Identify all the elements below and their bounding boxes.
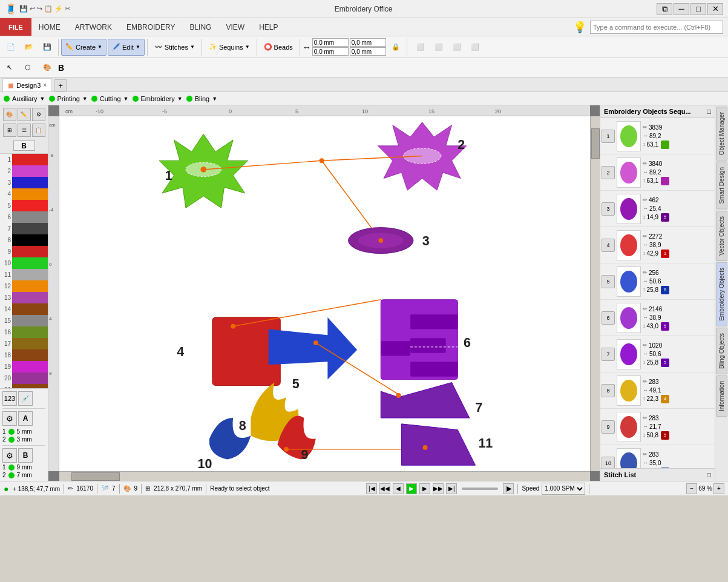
color-row-3[interactable]: 3 <box>0 177 48 188</box>
play-next-step-button[interactable]: ▶ <box>419 483 430 494</box>
color-row-14[interactable]: 14 <box>0 303 48 315</box>
beads-button[interactable]: ⭕ Beads <box>260 39 297 56</box>
select-tool[interactable]: ↖ <box>2 59 19 76</box>
settings-b-icon[interactable]: ⚙ <box>2 448 17 463</box>
edit-button[interactable]: 🖊️ Edit ▼ <box>108 39 145 56</box>
lock-button[interactable]: 🔒 <box>387 39 404 56</box>
color-swatch-8[interactable] <box>12 234 48 246</box>
seq-item-10[interactable]: 10 ✏ 283 ↔ 35,0 ↕ 41,0 1 <box>600 445 715 468</box>
seq-item-2[interactable]: 2 ✏ 3840 ↔ 89,2 ↕ 63,1 <box>600 154 715 191</box>
color-tool-2[interactable]: ✏️ <box>18 108 31 121</box>
color-row-17[interactable]: 17 <box>0 338 48 349</box>
command-input[interactable] <box>590 21 723 34</box>
seq-item-8[interactable]: 8 ✏ 283 ↔ 49,1 ↕ 22,3 4 <box>600 372 715 409</box>
view-grid[interactable]: ⊞ <box>3 124 16 137</box>
tab-close-button[interactable]: × <box>43 82 47 88</box>
open-button[interactable]: 📂 <box>21 39 38 56</box>
color-swatch-12[interactable] <box>12 280 48 292</box>
menu-bling[interactable]: BLING <box>182 18 218 36</box>
color-swatch-9[interactable] <box>12 246 48 257</box>
save-button[interactable]: 💾 <box>39 39 56 56</box>
color-swatch-19[interactable] <box>12 361 48 372</box>
color-row-15[interactable]: 15 <box>0 315 48 326</box>
menu-artwork[interactable]: ARTWORK <box>68 18 119 36</box>
color-row-1[interactable]: 1 <box>0 154 48 165</box>
color-row-4[interactable]: 4 <box>0 188 48 200</box>
color-swatch-10[interactable] <box>12 257 48 269</box>
color-tool-3[interactable]: ⚙ <box>32 108 45 121</box>
create-button[interactable]: ✏️ Create ▼ <box>61 39 107 56</box>
sidebar-tab-information[interactable]: Information <box>716 375 727 417</box>
color-row-16[interactable]: 16 <box>0 326 48 338</box>
new-button[interactable]: 📄 <box>2 39 19 56</box>
scroll-thumb-right[interactable] <box>591 128 600 159</box>
minimize-button[interactable]: ─ <box>674 3 689 15</box>
color-row-9[interactable]: 9 <box>0 246 48 257</box>
color-swatch-20[interactable] <box>12 372 48 384</box>
color-swatch-5[interactable] <box>12 200 48 211</box>
printing-filter[interactable]: Printing ▼ <box>49 95 88 102</box>
color-swatch-13[interactable] <box>12 292 48 303</box>
color-row-18[interactable]: 18 <box>0 349 48 361</box>
maximize-button[interactable]: □ <box>690 3 706 15</box>
menu-view[interactable]: VIEW <box>218 18 252 36</box>
color-row-2[interactable]: 2 <box>0 165 48 177</box>
play-prev-button[interactable]: ◀◀ <box>379 483 390 494</box>
color-row-19[interactable]: 19 <box>0 361 48 372</box>
view-list[interactable]: ☰ <box>18 124 31 137</box>
node-tool[interactable]: ⬡ <box>21 59 38 76</box>
color-swatch-3[interactable] <box>12 177 48 188</box>
stitches-button[interactable]: 〰️ Stitches ▼ <box>150 39 199 56</box>
design3-tab[interactable]: ◼ Design3 × <box>2 78 52 91</box>
sidebar-tab-object-manager[interactable]: Object Manager <box>716 107 727 160</box>
play-end2-button[interactable]: |▶ <box>503 483 514 494</box>
sidebar-tab-vector-objects[interactable]: Vector Objects <box>716 211 727 261</box>
text-a-icon[interactable]: A <box>18 411 33 426</box>
sequins-button[interactable]: ✨ Sequins ▼ <box>205 39 254 56</box>
close-button[interactable]: ✕ <box>707 3 723 15</box>
color-swatch-17[interactable] <box>12 338 48 349</box>
scroll-right[interactable] <box>590 116 600 471</box>
color-row-10[interactable]: 10 <box>0 257 48 269</box>
playback-progress[interactable] <box>462 488 498 490</box>
color-swatch-11[interactable] <box>12 269 48 280</box>
color-swatch-7[interactable] <box>12 223 48 234</box>
sidebar-tab-bling-objects[interactable]: Bling Objects <box>716 328 727 374</box>
align-right-button[interactable]: ⬜ <box>448 39 465 56</box>
distribute-button[interactable]: ⬜ <box>467 39 484 56</box>
color-row-20[interactable]: 20 <box>0 372 48 384</box>
embroidery-filter[interactable]: Embroidery ▼ <box>133 95 183 102</box>
color-row-11[interactable]: 11 <box>0 269 48 280</box>
seq-item-3[interactable]: 3 ✏ 462 ↔ 25,4 ↕ 14,9 5 <box>600 191 715 227</box>
color-row-7[interactable]: 7 <box>0 223 48 234</box>
letter-b-btn[interactable]: B <box>13 141 35 151</box>
new-tab-button[interactable]: + <box>54 79 67 91</box>
color-swatch-15[interactable] <box>12 315 48 326</box>
play-button[interactable]: ▶ <box>406 483 417 494</box>
seq-item-9[interactable]: 9 ✏ 283 ↔ 21,7 ↕ 50,8 5 <box>600 409 715 445</box>
play-end-button[interactable]: ▶| <box>446 483 457 494</box>
menu-home[interactable]: HOME <box>31 18 68 36</box>
seq-item-7[interactable]: 7 ✏ 1020 ↔ 50,6 ↕ 25,8 5 <box>600 336 715 372</box>
scroll-thumb-bottom[interactable] <box>71 472 120 481</box>
coord-y1[interactable] <box>312 47 349 56</box>
seq-item-6[interactable]: 6 ✏ 2146 ↔ 38,9 ↕ 43,0 5 <box>600 300 715 336</box>
color-swatch-21[interactable] <box>12 384 48 388</box>
color-tool-1[interactable]: 🎨 <box>3 108 16 121</box>
align-center-button[interactable]: ⬜ <box>430 39 447 56</box>
coord-y2[interactable] <box>350 47 386 56</box>
color-swatch-4[interactable] <box>12 188 48 200</box>
view-detail[interactable]: 📋 <box>32 124 45 137</box>
sidebar-tab-embroidery-objects[interactable]: Embroidery Objects <box>716 262 727 326</box>
seq-item-1[interactable]: 1 ✏ 3839 ↔ 89,2 ↕ 63,1 <box>600 118 715 154</box>
text-b-icon[interactable]: B <box>18 448 33 463</box>
speed-select[interactable]: 1.000 SPM <box>542 483 585 495</box>
settings-icon[interactable]: ⚙ <box>2 411 17 426</box>
play-next-button[interactable]: ▶▶ <box>433 483 444 494</box>
seq-item-5[interactable]: 5 ✏ 256 ↔ 50,6 ↕ 25,8 8 <box>600 263 715 300</box>
color-swatch-16[interactable] <box>12 326 48 338</box>
color-swatch-18[interactable] <box>12 349 48 361</box>
coord-x1[interactable] <box>312 38 349 47</box>
color-swatch-6[interactable] <box>12 211 48 223</box>
color-row-6[interactable]: 6 <box>0 211 48 223</box>
